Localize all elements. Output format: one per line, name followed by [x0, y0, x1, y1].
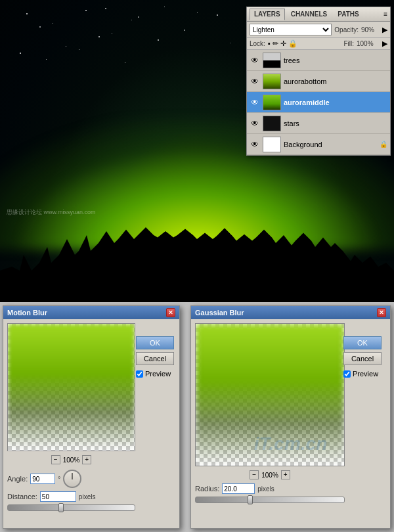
layer-thumb-trees: [263, 53, 281, 68]
motion-blur-close-button[interactable]: ✕: [166, 308, 175, 317]
gaussian-blur-radius-unit: pixels: [257, 485, 274, 493]
motion-blur-angle-unit: °: [58, 476, 60, 483]
gaussian-blur-radius-row: Radius: pixels: [195, 483, 386, 494]
lock-all-icon[interactable]: 🔒: [288, 39, 297, 48]
layer-thumb-background: [263, 137, 281, 152]
layer-thumb-aurorabottom: [263, 74, 281, 89]
tab-channels[interactable]: CHANNELS: [286, 9, 332, 20]
motion-blur-title: Motion Blur: [7, 309, 47, 317]
blend-mode-select[interactable]: Lighten: [250, 24, 332, 35]
gaussian-blur-radius-slider-track[interactable]: [195, 497, 345, 503]
tab-paths[interactable]: PATHS: [333, 9, 363, 20]
layer-eye-trees[interactable]: 👁: [250, 56, 260, 65]
gaussian-blur-close-button[interactable]: ✕: [377, 308, 386, 317]
gaussian-blur-radius-slider-row: [195, 497, 345, 503]
opacity-value: 90%: [361, 26, 380, 33]
layer-name-background: Background: [284, 141, 377, 148]
motion-blur-preview-content: [8, 324, 135, 451]
motion-blur-preview-row: Preview: [136, 370, 175, 378]
motion-blur-angle-row: Angle: °: [7, 470, 175, 488]
gaussian-blur-title: Gaussian Blur: [195, 309, 244, 317]
gaussian-blur-cancel-button[interactable]: Cancel: [343, 352, 382, 365]
gaussian-blur-dialog: Gaussian Blur ✕ iT.cm.cn OK Cancel Previ…: [190, 305, 391, 529]
panel-menu-icon[interactable]: ≡: [383, 11, 387, 18]
motion-blur-distance-slider-track[interactable]: [7, 504, 135, 511]
layer-eye-background[interactable]: 👁: [250, 140, 260, 149]
gaussian-blur-preview-content: [196, 324, 344, 466]
layer-thumb-stars: [263, 116, 281, 131]
motion-blur-zoom-in-button[interactable]: +: [82, 455, 91, 464]
gaussian-blur-controls: OK Cancel Preview: [343, 336, 386, 378]
fill-value: 100%: [357, 40, 380, 47]
gaussian-blur-preview-label: Preview: [353, 370, 378, 378]
gaussian-blur-radius-label: Radius:: [195, 485, 219, 493]
layer-name-aurorabottom: aurorabottom: [284, 78, 387, 85]
gaussian-blur-radius-slider-thumb[interactable]: [248, 495, 253, 504]
layer-lock-icon: 🔒: [380, 141, 387, 148]
motion-blur-preview: [7, 323, 135, 451]
layer-name-trees: trees: [284, 56, 387, 64]
gaussian-blur-preview-checkbox[interactable]: [343, 370, 351, 378]
gaussian-blur-titlebar: Gaussian Blur ✕: [191, 306, 390, 319]
gaussian-blur-radius-input[interactable]: [222, 483, 255, 494]
motion-blur-preview-label: Preview: [145, 370, 171, 378]
motion-blur-zoom-row: − 100% +: [7, 455, 135, 464]
motion-blur-distance-unit: pixels: [79, 493, 96, 500]
layer-eye-auroramiddle[interactable]: 👁: [250, 98, 260, 107]
motion-blur-titlebar: Motion Blur ✕: [3, 306, 179, 319]
gaussian-blur-preview: [195, 323, 345, 466]
layer-item-aurorabottom[interactable]: 👁 aurorabottom: [247, 71, 390, 92]
layer-item-trees[interactable]: 👁 trees: [247, 50, 390, 71]
layer-eye-stars[interactable]: 👁: [250, 119, 260, 128]
motion-blur-controls: OK Cancel Preview: [136, 336, 175, 378]
panel-tabs: LAYERS CHANNELS PATHS: [250, 9, 364, 20]
blend-row: Lighten Opacity: 90% ▶: [247, 22, 390, 38]
layer-name-stars: stars: [284, 120, 387, 127]
layer-item-stars[interactable]: 👁 stars: [247, 113, 390, 134]
motion-blur-ok-button[interactable]: OK: [136, 336, 174, 349]
canvas-watermark: 思缘设计论坛 www.missyuan.com: [7, 208, 96, 217]
motion-blur-distance-input[interactable]: [40, 491, 76, 502]
gaussian-blur-ok-button[interactable]: OK: [343, 336, 382, 349]
motion-blur-dialog: Motion Blur ✕ OK Cancel Preview − 100% +…: [3, 305, 180, 529]
gaussian-blur-zoom-in-button[interactable]: +: [281, 470, 290, 479]
opacity-label: Opacity:: [334, 26, 359, 33]
layers-panel: LAYERS CHANNELS PATHS ≡ Lighten Opacity:…: [246, 7, 391, 156]
gaussian-blur-zoom-value: 100%: [261, 472, 278, 479]
lock-row: Lock: ▪ ✏ ✛ 🔒 Fill: 100% ▶: [247, 38, 390, 50]
layers-list: 👁 trees 👁 aurorabottom 👁 auroramiddle 👁 …: [247, 50, 390, 155]
motion-blur-distance-row: Distance: pixels: [7, 491, 175, 502]
lock-label: Lock:: [250, 40, 265, 47]
layer-eye-aurorabottom[interactable]: 👁: [250, 77, 260, 86]
fill-arrow[interactable]: ▶: [382, 39, 387, 48]
lock-position-icon[interactable]: ✛: [280, 39, 286, 48]
motion-blur-angle-label: Angle:: [7, 475, 28, 483]
lock-transparent-icon[interactable]: ▪: [268, 39, 271, 48]
motion-blur-cancel-button[interactable]: Cancel: [136, 352, 174, 365]
panel-titlebar: LAYERS CHANNELS PATHS ≡: [247, 7, 390, 22]
tab-layers[interactable]: LAYERS: [250, 9, 285, 20]
motion-blur-zoom-out-button[interactable]: −: [51, 455, 60, 464]
lock-pixels-icon[interactable]: ✏: [273, 39, 278, 48]
motion-blur-distance-slider-thumb[interactable]: [58, 503, 64, 512]
motion-blur-preview-checkbox[interactable]: [136, 370, 143, 378]
gaussian-blur-preview-row: Preview: [343, 370, 386, 378]
motion-blur-angle-input[interactable]: [30, 474, 55, 484]
layer-thumb-auroramiddle: [263, 95, 281, 110]
layer-item-background[interactable]: 👁 Background 🔒: [247, 134, 390, 155]
gaussian-blur-zoom-out-button[interactable]: −: [250, 470, 259, 479]
motion-blur-angle-line: [72, 473, 73, 479]
layer-item-auroramiddle[interactable]: 👁 auroramiddle: [247, 92, 390, 113]
motion-blur-angle-widget[interactable]: [63, 470, 81, 488]
motion-blur-zoom-value: 100%: [63, 456, 80, 464]
opacity-arrow[interactable]: ▶: [382, 26, 387, 34]
gaussian-blur-zoom-row: − 100% +: [195, 470, 345, 479]
lock-icons: ▪ ✏ ✛ 🔒: [268, 39, 297, 48]
motion-blur-distance-slider-row: [7, 504, 135, 511]
motion-blur-distance-label: Distance:: [7, 493, 37, 500]
fill-label: Fill:: [343, 40, 354, 47]
layer-name-auroramiddle: auroramiddle: [284, 99, 387, 106]
